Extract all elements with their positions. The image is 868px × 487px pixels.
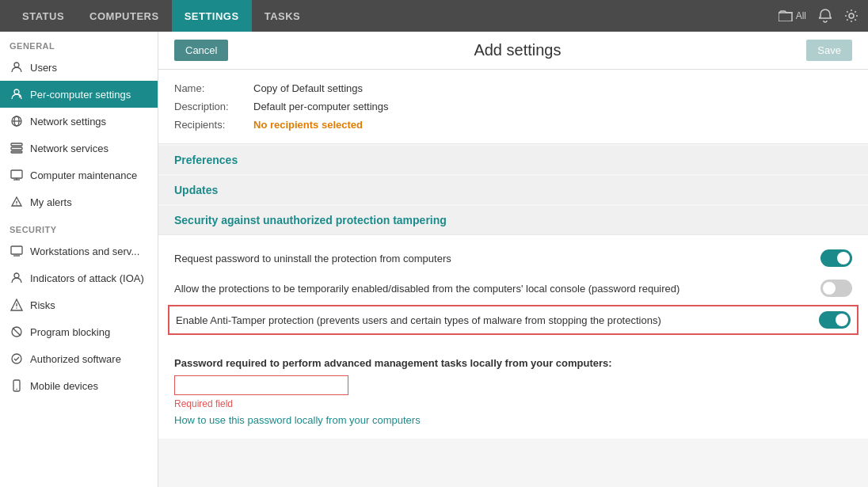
sidebar-item-users-label: Users (30, 62, 57, 74)
toggle-console-text: Allow the protections to be temporarily … (174, 283, 820, 295)
layout: GENERAL Users Per-computer settings Netw… (0, 32, 868, 487)
sidebar-item-computer-maintenance-label: Computer maintenance (30, 169, 137, 181)
toggle-console-switch[interactable] (820, 280, 852, 297)
name-value: Copy of Default settings (253, 82, 363, 94)
svg-rect-0 (779, 13, 792, 21)
sidebar-item-my-alerts-label: My alerts (30, 196, 72, 208)
cancel-button[interactable]: Cancel (174, 40, 228, 61)
password-input[interactable] (174, 375, 348, 395)
name-label: Name: (174, 82, 246, 94)
security-tampering-header[interactable]: Security against unauthorized protection… (158, 206, 868, 234)
svg-point-14 (17, 204, 17, 205)
users-icon (10, 60, 24, 74)
required-field-text: Required field (174, 398, 852, 409)
svg-point-3 (14, 89, 19, 94)
recipients-label: Recipients: (174, 119, 246, 131)
sidebar-item-computer-maintenance[interactable]: Computer maintenance (0, 162, 158, 188)
updates-section: Updates (158, 176, 868, 204)
svg-rect-15 (11, 246, 22, 254)
name-row: Name: Copy of Default settings (174, 79, 852, 97)
svg-point-2 (14, 63, 19, 67)
sidebar: GENERAL Users Per-computer settings Netw… (0, 32, 158, 487)
sidebar-item-workstations-label: Workstations and serv... (30, 245, 139, 257)
toggle-console-row: Allow the protections to be temporarily … (174, 275, 852, 302)
nav-settings[interactable]: SETTINGS (172, 0, 252, 32)
preferences-title: Preferences (174, 154, 238, 166)
nav-computers[interactable]: COMPUTERS (77, 0, 172, 32)
notifications-button[interactable] (819, 9, 832, 23)
sidebar-item-program-blocking[interactable]: Program blocking (0, 318, 158, 345)
password-section: Password required to perform advanced ma… (158, 344, 868, 439)
nav-status[interactable]: STATUS (10, 0, 77, 32)
recipients-row: Recipients: No recipients selected (174, 116, 852, 134)
svg-line-20 (13, 328, 21, 336)
computer-maintenance-icon (10, 168, 24, 182)
toggle-antitamper-row: Enable Anti-Tamper protection (prevents … (168, 305, 858, 335)
svg-point-1 (849, 13, 854, 18)
sidebar-item-ioa-label: Indicators of attack (IOA) (30, 272, 144, 284)
sidebar-item-per-computer-label: Per-computer settings (30, 89, 131, 101)
general-section-label: GENERAL (0, 32, 158, 54)
sidebar-item-network-services-label: Network services (30, 143, 108, 154)
description-value: Default per-computer settings (253, 101, 389, 112)
svg-point-17 (14, 273, 19, 278)
sidebar-item-per-computer[interactable]: Per-computer settings (0, 81, 158, 108)
toggle-uninstall-switch[interactable] (820, 249, 852, 267)
help-link[interactable]: How to use this password locally from yo… (174, 414, 852, 426)
save-button[interactable]: Save (806, 40, 852, 61)
top-nav: STATUS COMPUTERS SETTINGS TASKS All (0, 0, 868, 32)
network-settings-icon (10, 114, 24, 128)
main-header: Cancel Add settings Save (158, 32, 868, 70)
sidebar-item-my-alerts[interactable]: My alerts (0, 188, 158, 215)
security-tampering-content: Request password to uninstall the protec… (158, 234, 868, 344)
authorized-software-icon (10, 352, 24, 366)
updates-title: Updates (174, 184, 218, 196)
toggle-uninstall-text: Request password to uninstall the protec… (174, 253, 820, 264)
svg-rect-9 (11, 151, 22, 153)
main-content: Cancel Add settings Save Name: Copy of D… (158, 32, 868, 487)
recipients-value[interactable]: No recipients selected (253, 119, 363, 131)
svg-point-18 (16, 307, 17, 308)
updates-header[interactable]: Updates (158, 176, 868, 204)
preferences-section: Preferences (158, 146, 868, 174)
toggle-uninstall-thumb (837, 252, 850, 264)
sidebar-item-mobile-devices[interactable]: Mobile devices (0, 372, 158, 399)
folder-button[interactable]: All (779, 10, 806, 21)
toggle-uninstall-row: Request password to uninstall the protec… (174, 245, 852, 272)
sidebar-item-ioa[interactable]: Indicators of attack (IOA) (0, 264, 158, 291)
security-tampering-section: Security against unauthorized protection… (158, 206, 868, 344)
settings-form: Name: Copy of Default settings Descripti… (158, 70, 868, 144)
top-nav-right: All (779, 9, 858, 23)
settings-gear-button[interactable] (844, 9, 858, 23)
workstations-icon (10, 244, 24, 258)
toggle-antitamper-thumb (836, 314, 848, 326)
sidebar-item-risks-label: Risks (30, 299, 55, 311)
sidebar-item-network-settings[interactable]: Network settings (0, 108, 158, 135)
risks-icon (10, 298, 24, 312)
preferences-header[interactable]: Preferences (158, 146, 868, 174)
nav-tasks[interactable]: TASKS (252, 0, 314, 32)
my-alerts-icon (10, 195, 24, 209)
sidebar-item-authorized-software[interactable]: Authorized software (0, 345, 158, 372)
sidebar-item-network-services[interactable]: Network services (0, 135, 158, 162)
description-row: Description: Default per-computer settin… (174, 97, 852, 116)
password-label: Password required to perform advanced ma… (174, 357, 852, 369)
sidebar-item-network-settings-label: Network settings (30, 116, 106, 127)
svg-rect-10 (11, 170, 22, 178)
mobile-devices-icon (10, 379, 24, 393)
sidebar-item-risks[interactable]: Risks (0, 291, 158, 318)
security-section-label: SECURITY (0, 215, 158, 238)
sidebar-item-users[interactable]: Users (0, 54, 158, 81)
security-tampering-title: Security against unauthorized protection… (174, 214, 447, 226)
sidebar-item-workstations[interactable]: Workstations and serv... (0, 238, 158, 264)
ioa-icon (10, 271, 24, 285)
page-title: Add settings (238, 41, 797, 59)
svg-point-23 (16, 389, 17, 390)
toggle-antitamper-switch[interactable] (819, 311, 851, 329)
svg-point-21 (12, 354, 21, 363)
svg-rect-7 (11, 143, 22, 146)
per-computer-icon (10, 87, 24, 101)
network-services-icon (10, 141, 24, 155)
toggle-antitamper-text: Enable Anti-Tamper protection (prevents … (176, 314, 819, 326)
program-blocking-icon (10, 325, 24, 339)
